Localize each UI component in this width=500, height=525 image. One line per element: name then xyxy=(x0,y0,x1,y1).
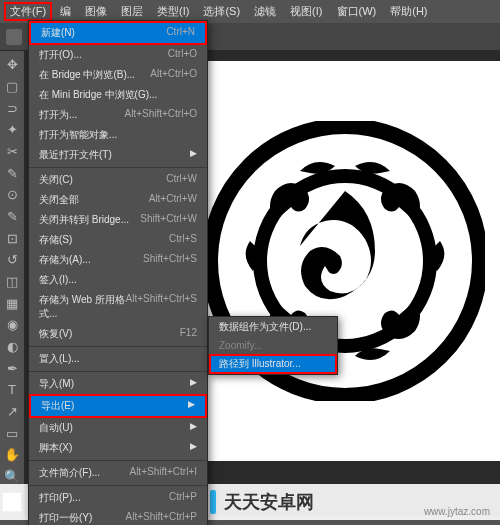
menu-shortcut: Ctrl+W xyxy=(166,173,197,187)
file-menu-item[interactable]: 在 Mini Bridge 中浏览(G)... xyxy=(29,85,207,105)
watermark-text: 天天安卓网 xyxy=(224,490,314,514)
menu-shortcut: F12 xyxy=(180,327,197,341)
brush-tool-icon[interactable]: ✎ xyxy=(2,207,22,227)
menu-view[interactable]: 视图(I) xyxy=(284,2,328,21)
file-menu-item[interactable]: 打印(P)...Ctrl+P xyxy=(29,488,207,508)
menu-layer[interactable]: 图层 xyxy=(115,2,149,21)
menu-item-label: 最近打开文件(T) xyxy=(39,148,112,162)
menu-shortcut: Alt+Shift+Ctrl+O xyxy=(124,108,197,122)
wand-tool-icon[interactable]: ✦ xyxy=(2,120,22,140)
menu-select[interactable]: 选择(S) xyxy=(197,2,246,21)
gradient-tool-icon[interactable]: ▦ xyxy=(2,293,22,313)
menu-help[interactable]: 帮助(H) xyxy=(384,2,433,21)
lasso-tool-icon[interactable]: ⊃ xyxy=(2,98,22,118)
file-menu-item[interactable]: 打印一份(Y)Alt+Shift+Ctrl+P xyxy=(29,508,207,525)
history-brush-icon[interactable]: ↺ xyxy=(2,250,22,270)
menu-item-label: 恢复(V) xyxy=(39,327,72,341)
file-menu-item[interactable]: 新建(N)Ctrl+N xyxy=(29,21,207,45)
file-menu-item[interactable]: 最近打开文件(T)▶ xyxy=(29,145,207,165)
menu-file[interactable]: 文件(F) xyxy=(4,2,52,21)
menu-item-label: 置入(L)... xyxy=(39,352,80,366)
menu-item-label: 打印一份(Y) xyxy=(39,511,92,525)
submenu-arrow-icon: ▶ xyxy=(190,421,197,435)
menu-window[interactable]: 窗口(W) xyxy=(331,2,383,21)
file-menu-item[interactable]: 脚本(X)▶ xyxy=(29,438,207,458)
menu-item-label: 存储(S) xyxy=(39,233,72,247)
export-submenu-item[interactable]: 数据组作为文件(D)... xyxy=(209,317,337,337)
menu-shortcut: Ctrl+O xyxy=(168,48,197,62)
menu-item-label: 存储为 Web 所用格式... xyxy=(39,293,126,321)
export-submenu-item[interactable]: Zoomify... xyxy=(209,337,337,354)
path-tool-icon[interactable]: ↗ xyxy=(2,402,22,422)
file-menu-item[interactable]: 签入(I)... xyxy=(29,270,207,290)
menu-item-label: 在 Bridge 中浏览(B)... xyxy=(39,68,135,82)
menu-separator xyxy=(29,460,207,461)
submenu-arrow-icon: ▶ xyxy=(190,377,197,391)
blur-tool-icon[interactable]: ◉ xyxy=(2,315,22,335)
eraser-tool-icon[interactable]: ◫ xyxy=(2,272,22,292)
menu-item-label: 存储为(A)... xyxy=(39,253,91,267)
menu-shortcut: Ctrl+S xyxy=(169,233,197,247)
file-menu-item[interactable]: 恢复(V)F12 xyxy=(29,324,207,344)
dodge-tool-icon[interactable]: ◐ xyxy=(2,337,22,357)
file-menu-item[interactable]: 存储(S)Ctrl+S xyxy=(29,230,207,250)
pen-tool-icon[interactable]: ✒ xyxy=(2,358,22,378)
clone-tool-icon[interactable]: ⊡ xyxy=(2,228,22,248)
file-menu-item[interactable]: 在 Bridge 中浏览(B)...Alt+Ctrl+O xyxy=(29,65,207,85)
shape-tool-icon[interactable]: ▭ xyxy=(2,423,22,443)
file-menu-item[interactable]: 打开(O)...Ctrl+O xyxy=(29,45,207,65)
menu-item-label: 脚本(X) xyxy=(39,441,72,455)
marquee-tool-icon[interactable]: ▢ xyxy=(2,77,22,97)
menu-separator xyxy=(29,346,207,347)
menu-shortcut: Alt+Shift+Ctrl+P xyxy=(126,511,197,525)
menu-item-label: 自动(U) xyxy=(39,421,73,435)
submenu-arrow-icon: ▶ xyxy=(190,148,197,162)
submenu-arrow-icon: ▶ xyxy=(188,399,195,413)
file-menu-item[interactable]: 打开为...Alt+Shift+Ctrl+O xyxy=(29,105,207,125)
menu-shortcut: Alt+Shift+Ctrl+S xyxy=(126,293,197,321)
file-menu-item[interactable]: 关闭(C)Ctrl+W xyxy=(29,170,207,190)
menu-separator xyxy=(29,167,207,168)
menu-item-label: 打开为智能对象... xyxy=(39,128,117,142)
file-menu-item[interactable]: 自动(U)▶ xyxy=(29,418,207,438)
file-menu-item[interactable]: 存储为(A)...Shift+Ctrl+S xyxy=(29,250,207,270)
menu-shortcut: Alt+Ctrl+W xyxy=(149,193,197,207)
menu-shortcut: Shift+Ctrl+W xyxy=(140,213,197,227)
file-menu-item[interactable]: 关闭全部Alt+Ctrl+W xyxy=(29,190,207,210)
menu-type[interactable]: 类型(I) xyxy=(151,2,195,21)
menu-separator xyxy=(29,371,207,372)
export-submenu-item[interactable]: 路径到 Illustrator... xyxy=(209,354,337,374)
menu-item-label: 关闭并转到 Bridge... xyxy=(39,213,129,227)
move-tool-icon[interactable]: ✥ xyxy=(2,55,22,75)
menu-item-label: 关闭全部 xyxy=(39,193,79,207)
tools-panel: ✥ ▢ ⊃ ✦ ✂ ✎ ⊙ ✎ ⊡ ↺ ◫ ▦ ◉ ◐ ✒ T ↗ ▭ ✋ 🔍 xyxy=(0,51,24,516)
crop-tool-icon[interactable]: ✂ xyxy=(2,142,22,162)
menu-item-label: 在 Mini Bridge 中浏览(G)... xyxy=(39,88,157,102)
file-menu-item[interactable]: 导入(M)▶ xyxy=(29,374,207,394)
file-menu-item[interactable]: 关闭并转到 Bridge...Shift+Ctrl+W xyxy=(29,210,207,230)
hand-tool-icon[interactable]: ✋ xyxy=(2,445,22,465)
menu-filter[interactable]: 滤镜 xyxy=(248,2,282,21)
menu-item-label: 文件简介(F)... xyxy=(39,466,100,480)
menu-shortcut: Shift+Ctrl+S xyxy=(143,253,197,267)
menu-item-label: 打印(P)... xyxy=(39,491,81,505)
file-menu-item[interactable]: 置入(L)... xyxy=(29,349,207,369)
menu-shortcut: Alt+Shift+Ctrl+I xyxy=(129,466,197,480)
type-tool-icon[interactable]: T xyxy=(2,380,22,400)
menu-item-label: 打开为... xyxy=(39,108,77,122)
file-menu-item[interactable]: 导出(E)▶ xyxy=(29,394,207,418)
menu-shortcut: Ctrl+P xyxy=(169,491,197,505)
menu-edit[interactable]: 编 xyxy=(54,2,77,21)
menu-shortcut: Ctrl+N xyxy=(166,26,195,40)
export-submenu: 数据组作为文件(D)...Zoomify...路径到 Illustrator..… xyxy=(208,316,338,375)
healing-tool-icon[interactable]: ⊙ xyxy=(2,185,22,205)
menu-image[interactable]: 图像 xyxy=(79,2,113,21)
menu-item-label: 导出(E) xyxy=(41,399,74,413)
file-menu-item[interactable]: 存储为 Web 所用格式...Alt+Shift+Ctrl+S xyxy=(29,290,207,324)
tool-preset-icon[interactable] xyxy=(6,29,22,45)
eyedropper-tool-icon[interactable]: ✎ xyxy=(2,163,22,183)
document-canvas[interactable] xyxy=(190,61,500,461)
file-menu-item[interactable]: 文件简介(F)...Alt+Shift+Ctrl+I xyxy=(29,463,207,483)
file-dropdown-menu: 新建(N)Ctrl+N打开(O)...Ctrl+O在 Bridge 中浏览(B)… xyxy=(28,20,208,525)
file-menu-item[interactable]: 打开为智能对象... xyxy=(29,125,207,145)
